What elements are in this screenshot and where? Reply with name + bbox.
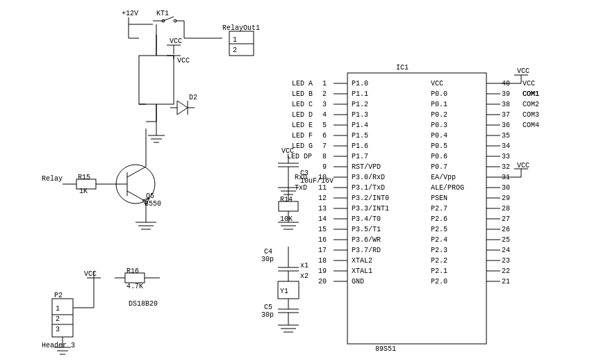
r15-label: R15	[78, 174, 90, 181]
r15-value: 1K	[79, 188, 88, 195]
vcc-relay: VCC	[177, 57, 190, 65]
r14-value: 10K	[280, 215, 293, 223]
pin-num-11: 11	[318, 184, 327, 192]
pin-xtal1: XTAL1	[352, 267, 372, 275]
pin-p25: P2.5	[431, 226, 447, 233]
com3-text: COM3	[523, 111, 539, 119]
relayout1-pin1: 1	[233, 36, 237, 44]
r14-label: R14	[280, 196, 293, 204]
relayout1-label: RelayOut1	[222, 24, 260, 32]
pin-num-17: 17	[318, 247, 327, 254]
plus12v-label: +12V	[122, 10, 138, 17]
pin-p02: P0.2	[431, 111, 447, 119]
x2-label: x2	[300, 272, 309, 280]
pin-p22: P2.2	[431, 257, 447, 265]
pin-num-29: 29	[502, 195, 510, 202]
pin-p04: P0.4	[431, 132, 447, 140]
pin-p11: P1.1	[352, 90, 368, 98]
pin-vcc-r: VCC	[431, 80, 443, 88]
c3-value: 10uF/16V	[300, 177, 334, 185]
pin-num-15: 15	[318, 226, 327, 233]
pin-num-32: 32	[502, 163, 510, 171]
vcc-relay-top: VCC	[170, 38, 182, 45]
pin-num-28: 28	[502, 205, 510, 213]
c4-value: 30p	[261, 256, 274, 263]
pin-p30: P3.0/RxD	[352, 174, 385, 181]
pin-num-9: 9	[322, 163, 327, 171]
p2-pin3: 3	[56, 326, 60, 333]
pin-num-39: 39	[502, 90, 510, 98]
pin-num-20: 20	[318, 278, 327, 286]
pin-num-3: 3	[322, 101, 327, 108]
pin-p31: P3.1/TxD	[352, 184, 385, 192]
r16-label: R16	[126, 267, 139, 275]
pin-num-7: 7	[322, 142, 327, 150]
pin-p20: P2.0	[431, 278, 447, 286]
c4-label: C4	[264, 248, 272, 256]
pin-p32: P3.2/INT0	[352, 195, 389, 202]
pin-p35: P3.5/T1	[352, 226, 381, 233]
vcc-right-label: VCC	[523, 80, 535, 88]
svg-marker-60	[177, 101, 188, 115]
pin-p00: P0.0	[431, 90, 447, 98]
pin-num-38: 38	[502, 101, 510, 108]
p2-pin1: 1	[56, 305, 60, 313]
pin-p26: P2.6	[431, 215, 447, 223]
pin-p24: P2.4	[431, 236, 447, 244]
pin-p17: P1.7	[352, 153, 368, 160]
ds18b20-label: DS18B20	[129, 300, 158, 308]
pin-p21: P2.1	[431, 267, 447, 275]
pin-num-34: 34	[502, 142, 510, 150]
pin-num-22: 22	[502, 267, 510, 275]
led-a-label: LED A	[292, 80, 313, 88]
d2-label: D2	[189, 94, 197, 101]
pin-p05: P0.5	[431, 142, 447, 150]
pin-num-6: 6	[322, 132, 327, 140]
pin-num-13: 13	[318, 205, 327, 213]
pin-num-21: 21	[502, 278, 510, 286]
led-g-label: LED G	[292, 142, 313, 150]
led-b-label: LED B	[292, 90, 313, 98]
vcc-pin31: VCC	[517, 162, 529, 169]
c5-label: C5	[264, 304, 272, 311]
q5-label: Q5	[146, 192, 154, 200]
pin-p36: P3.6/WR	[352, 236, 381, 244]
led-f-label: LED F	[292, 132, 313, 140]
pin-num-30: 30	[502, 184, 510, 192]
y1-label: Y1	[280, 288, 288, 295]
ic1-chip: 89S51	[375, 345, 396, 353]
pin-num-4: 4	[322, 111, 327, 119]
pin-num-25: 25	[502, 236, 510, 244]
pin-num-36: 36	[502, 122, 510, 129]
pin-p15: P1.5	[352, 132, 368, 140]
x1-label: x1	[300, 262, 309, 270]
schematic-canvas: IC1 89S51 P1.0 P1.1 P1.2 P1.3 P1.4 P1.5 …	[0, 0, 608, 364]
com2-text: COM2	[523, 101, 539, 108]
pin-aleprog: ALE/PROG	[431, 184, 464, 192]
com4-text: COM4	[523, 122, 539, 129]
led-d-label: LED D	[292, 111, 313, 119]
pin-psen: PSEN	[431, 195, 447, 202]
relayout1-pin2: 2	[233, 47, 237, 54]
pin-num-2: 2	[322, 90, 327, 98]
pin-num-35: 35	[502, 132, 510, 140]
pin-p06: P0.6	[431, 153, 447, 160]
kt1-label: KT1	[156, 10, 169, 17]
pin-p12: P1.2	[352, 101, 368, 108]
pin-num-14: 14	[318, 215, 327, 223]
pin-p27: P2.7	[431, 205, 447, 213]
led-e-label: LED E	[292, 122, 313, 129]
pin-num-33: 33	[502, 153, 510, 160]
pin-num-37: 37	[502, 111, 510, 119]
svg-line-67	[127, 167, 146, 177]
pin-p33: P3.3/INT1	[352, 205, 389, 213]
c5-value: 30p	[261, 311, 274, 319]
pin-rst: RST/VPD	[352, 163, 381, 171]
pin-num-5: 5	[322, 122, 327, 129]
pin-p14: P1.4	[352, 122, 368, 129]
pin-num-24: 24	[502, 247, 510, 254]
pin-p01: P0.1	[431, 101, 447, 108]
relay-label: Relay	[42, 175, 63, 183]
vcc-top-right: VCC	[517, 67, 529, 75]
p2-label: P2	[54, 292, 63, 299]
